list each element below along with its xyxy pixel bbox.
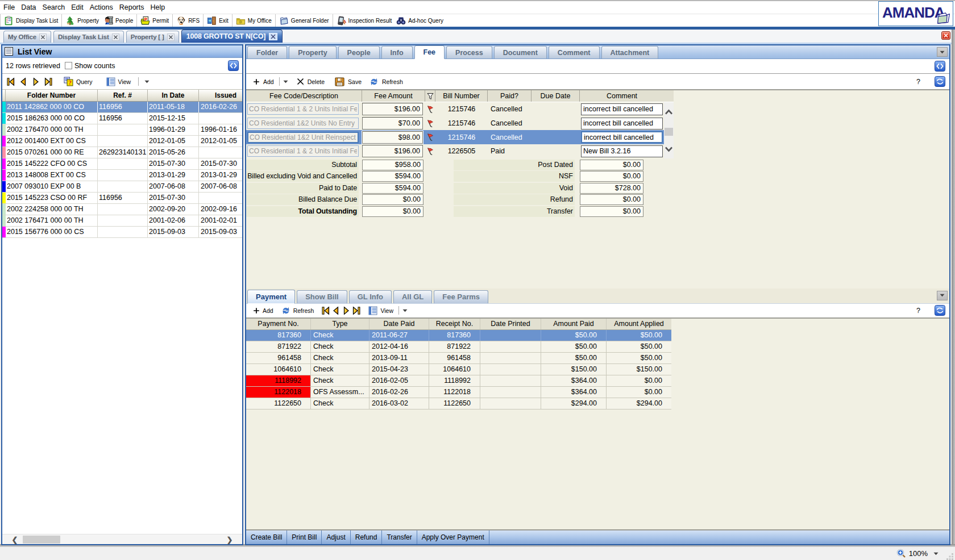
payment-column-header-receipt-no[interactable]: Receipt No.	[429, 319, 480, 329]
payment-row[interactable]: 961458Check2013-09-11961458$50.00$50.00	[246, 353, 671, 364]
menu-search[interactable]: Search	[40, 3, 68, 11]
fee-column-header-paid[interactable]: Paid?	[488, 90, 532, 102]
window-tab-display-task-list[interactable]: Display Task List	[53, 31, 124, 43]
folder-tab-folder[interactable]: Folder	[247, 46, 287, 58]
column-header-folder-number[interactable]: Folder Number	[6, 90, 98, 101]
fee-column-header-amount[interactable]: Fee Amount	[362, 90, 425, 102]
tab-overflow-button[interactable]	[937, 291, 948, 300]
zoom-dropdown-icon[interactable]	[931, 552, 941, 555]
zoom-control[interactable]: 100%	[896, 549, 941, 558]
payment-tab-gl-info[interactable]: GL Info	[349, 290, 392, 303]
payment-column-header-payment-no[interactable]: Payment No.	[246, 319, 311, 329]
window-tab-my-office[interactable]: My Office	[3, 31, 51, 43]
nav-first-button[interactable]	[6, 77, 16, 87]
payment-column-header-date-printed[interactable]: Date Printed	[480, 319, 541, 329]
fee-filter-column-header[interactable]	[425, 90, 435, 102]
action-button-transfer[interactable]: Transfer	[382, 530, 417, 544]
folder-list-row[interactable]: 2015 156776 000 00 CS2015-09-032015-09-0…	[2, 227, 242, 238]
fee-description-input[interactable]	[247, 118, 359, 129]
column-header-in-date[interactable]: In Date	[148, 90, 199, 101]
fee-flag-cell[interactable]	[425, 116, 435, 131]
expand-panel-icon[interactable]	[935, 61, 945, 72]
fee-vertical-scrollbar[interactable]	[664, 102, 674, 158]
fee-comment-input[interactable]	[581, 118, 663, 129]
fee-description-input[interactable]	[247, 103, 359, 115]
toolbar-button-property[interactable]: Property	[63, 14, 101, 27]
refresh-button[interactable]: Refresh	[367, 77, 406, 86]
fee-column-header-due-date[interactable]: Due Date	[532, 90, 580, 102]
toolbar-button-my-office[interactable]: My Office	[234, 14, 274, 27]
payment-tab-fee-parms[interactable]: Fee Parms	[434, 290, 488, 303]
action-button-create-bill[interactable]: Create Bill	[246, 530, 287, 544]
toolbar-button-inspection-result[interactable]: AInspection Result	[334, 14, 395, 27]
scroll-down-icon[interactable]	[665, 146, 673, 152]
fee-amount-input[interactable]	[362, 117, 423, 129]
show-counts-checkbox[interactable]	[65, 62, 72, 69]
fee-flag-cell[interactable]	[425, 102, 435, 116]
toolbar-button-people[interactable]: People	[101, 14, 135, 27]
help-button[interactable]: ?	[916, 307, 935, 315]
payment-row[interactable]: 871922Check2012-04-16871922$50.00$50.00	[246, 341, 671, 353]
add-dropdown-arrow[interactable]	[281, 80, 290, 83]
folder-tab-property[interactable]: Property	[289, 46, 336, 58]
fee-flag-cell[interactable]	[425, 144, 435, 158]
folder-tab-people[interactable]: People	[338, 46, 380, 58]
folder-list-row[interactable]: 2015 186263 000 00 CO1169562015-12-15	[2, 113, 242, 124]
payment-tab-payment[interactable]: Payment	[247, 290, 295, 304]
payment-tab-show-bill[interactable]: Show Bill	[297, 290, 347, 303]
payment-column-header-amount-paid[interactable]: Amount Paid	[541, 319, 607, 329]
tab-close-icon[interactable]	[167, 34, 175, 41]
fee-flag-cell[interactable]	[425, 130, 435, 144]
fee-column-header-comment[interactable]: Comment	[580, 90, 664, 102]
tab-close-icon[interactable]	[112, 34, 119, 41]
fee-amount-input[interactable]	[362, 131, 423, 144]
scroll-right-icon[interactable]: ❯	[225, 535, 234, 544]
nav-last-button[interactable]	[351, 306, 362, 316]
nav-next-button[interactable]	[31, 77, 41, 87]
folder-tab-comment[interactable]: Comment	[549, 46, 600, 58]
refresh-panel-icon[interactable]	[935, 76, 949, 87]
action-button-print-bill[interactable]: Print Bill	[287, 530, 322, 544]
folder-list-row[interactable]: 2002 224258 000 00 TH2002-09-202002-09-1…	[2, 204, 242, 215]
window-tab-1008-grotto-st-nco[interactable]: 1008 GROTTO ST N[CO]	[181, 30, 283, 43]
scrollbar-thumb[interactable]	[665, 128, 673, 136]
toolbar-button-exit[interactable]: Exit	[205, 14, 231, 27]
delete-fee-button[interactable]: Delete	[294, 78, 328, 85]
toolbar-button-general-folder[interactable]: General Folder	[277, 14, 331, 27]
folder-list-row[interactable]: 2007 093010 EXP 00 B2007-06-082007-06-08	[2, 181, 242, 193]
nav-first-button[interactable]	[321, 306, 331, 316]
folder-tab-fee[interactable]: Fee	[414, 45, 445, 59]
action-button-apply-over-payment[interactable]: Apply Over Payment	[417, 530, 489, 544]
fee-column-header-bill-number[interactable]: Bill Number	[435, 90, 488, 102]
fee-description-input[interactable]	[247, 132, 359, 143]
folder-tab-attachment[interactable]: Attachment	[601, 46, 659, 58]
fee-column-header-description[interactable]: Fee Code/Description	[246, 90, 362, 102]
help-button[interactable]: ?	[916, 78, 935, 86]
horizontal-scrollbar[interactable]: ❮ ❯	[2, 534, 242, 544]
menu-help[interactable]: Help	[148, 3, 168, 11]
folder-list-row[interactable]: 2002 176470 000 00 TH1996-01-291996-01-1…	[2, 124, 242, 136]
add-fee-button[interactable]: Add	[251, 78, 277, 85]
folder-list-row[interactable]: 2011 142862 000 00 CO1169562011-05-18201…	[2, 102, 242, 113]
folder-tab-info[interactable]: Info	[381, 46, 413, 58]
nav-next-button[interactable]	[341, 306, 351, 316]
payment-row[interactable]: 1064610Check2015-04-231064610$150.00$150…	[246, 364, 671, 375]
nav-prev-button[interactable]	[18, 77, 28, 87]
folder-list-row[interactable]: 2002 176471 000 00 TH2001-02-062001-02-0…	[2, 215, 242, 227]
window-tab-property--[interactable]: Property [ ]	[126, 31, 179, 43]
column-header-issued[interactable]: Issued	[199, 90, 239, 101]
folder-list-row[interactable]: 2013 148008 EXT 00 CS2013-01-292013-01-2…	[2, 170, 242, 181]
add-payment-button[interactable]: Add	[251, 307, 277, 314]
fee-amount-input[interactable]	[362, 145, 423, 157]
tab-close-icon[interactable]	[39, 34, 47, 41]
fee-row[interactable]: 1215746Cancelled	[246, 102, 664, 116]
action-button-refund[interactable]: Refund	[351, 530, 383, 544]
save-button[interactable]: Save	[333, 77, 365, 86]
payment-column-header-amount-applied[interactable]: Amount Applied	[607, 319, 671, 329]
close-all-button[interactable]	[941, 31, 950, 40]
payment-row[interactable]: 1122018OFS Assessm...2016-02-261122018$3…	[246, 387, 671, 398]
menu-file[interactable]: File	[1, 3, 18, 11]
refresh-payments-button[interactable]: Refresh	[279, 306, 318, 315]
menu-edit[interactable]: Edit	[68, 3, 86, 11]
fee-row[interactable]: 1215746Cancelled	[246, 116, 664, 131]
